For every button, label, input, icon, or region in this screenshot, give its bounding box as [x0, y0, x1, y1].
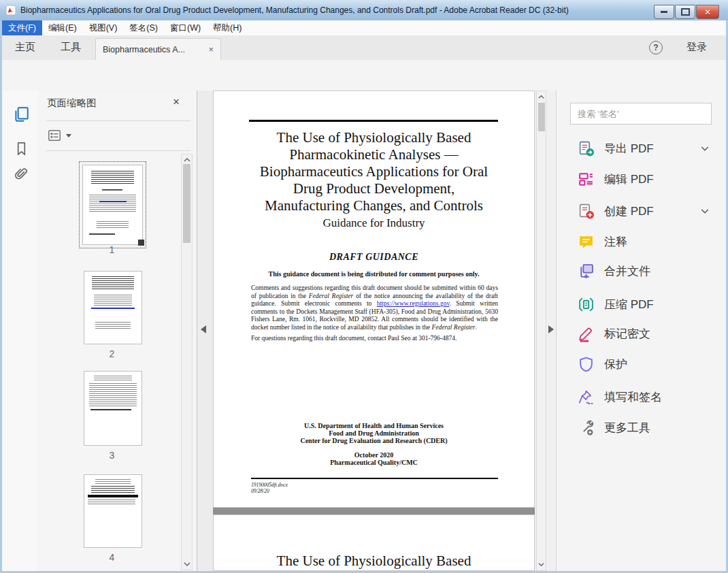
thumbnails-panel: 页面缩略图 × 1 2 — [38, 91, 197, 571]
tool-export-pdf[interactable]: 导出 PDF — [570, 137, 716, 159]
thumbnail-page-1[interactable] — [82, 165, 143, 245]
menu-view[interactable]: 视图(V) — [83, 20, 124, 35]
tool-fill-sign[interactable]: 填写和签名 — [570, 386, 716, 408]
document-view: The Use of Physiologically Based Pharmac… — [197, 91, 536, 571]
thumb-text-lines — [92, 276, 134, 290]
document-tab-label: Biopharmaceutics A... — [103, 45, 204, 54]
attachments-tab[interactable] — [11, 164, 31, 184]
divider — [46, 120, 191, 121]
comments-paragraph: Comments and suggestions regarding this … — [251, 284, 498, 332]
tab-close-icon[interactable]: × — [208, 44, 214, 54]
create-pdf-icon — [577, 202, 595, 220]
org-line: Food and Drug Administration — [214, 429, 534, 438]
draft-guidance-heading: DRAFT GUIDANCE — [214, 252, 534, 263]
sign-in-button[interactable]: 登录 — [686, 41, 707, 54]
comment-icon — [577, 233, 595, 250]
menu-edit[interactable]: 编辑(E) — [42, 20, 83, 35]
tab-document[interactable]: Biopharmaceutics A... × — [95, 38, 221, 60]
options-list-icon — [47, 128, 62, 143]
pdf-page-2: The Use of Physiologically Based — [213, 514, 535, 571]
chevron-down-icon[interactable] — [699, 206, 710, 216]
compress-pdf-icon — [577, 295, 595, 313]
doc-title-line: Pharmacokinetic Analyses — — [214, 146, 534, 163]
acrobat-reader-window: Biopharmaceutics Applications for Oral D… — [0, 0, 728, 573]
dropdown-arrow-icon — [66, 134, 71, 137]
thumb-highlight-bar — [88, 495, 138, 497]
thumbnail-page-3[interactable] — [84, 371, 142, 446]
thumb-text-lines — [91, 486, 135, 493]
tool-combine-files[interactable]: 合并文件 — [570, 260, 716, 282]
scrollbar-thumb[interactable] — [538, 103, 545, 131]
doc-title-line: The Use of Physiologically Based — [214, 553, 534, 570]
thumb-text-lines — [89, 383, 137, 408]
minimize-button[interactable] — [654, 5, 674, 19]
divider — [46, 150, 191, 151]
thumb-text-lines — [89, 233, 115, 235]
chevron-down-icon[interactable] — [699, 143, 710, 154]
tools-panel: 导出 PDF 编辑 PDF 创建 PDF 注释 合并 — [556, 91, 726, 571]
title-bar: Biopharmaceutics Applications for Oral D… — [0, 0, 728, 21]
federal-register-italic: Federal Register — [309, 293, 354, 299]
tool-redact[interactable]: 标记密文 — [570, 323, 716, 344]
thumb-text-lines — [95, 479, 131, 485]
footer-date: 09/28/20 — [251, 488, 269, 494]
scroll-up-icon[interactable] — [537, 94, 545, 100]
thumbnail-page-2[interactable] — [84, 271, 142, 344]
redact-marker-icon — [577, 325, 595, 342]
window-frame — [0, 20, 2, 573]
tools-search-input[interactable] — [570, 103, 712, 125]
thumbnail-number: 2 — [79, 348, 145, 359]
tool-more-tools[interactable]: 更多工具 — [570, 416, 716, 438]
thumbnail-options-button[interactable] — [47, 128, 71, 143]
horizontal-rule — [251, 478, 498, 479]
restore-button[interactable] — [675, 5, 695, 19]
scroll-down-icon[interactable] — [183, 561, 191, 568]
distribution-note: This guidance document is being distribu… — [214, 270, 534, 278]
thumb-text-lines — [94, 295, 132, 306]
page-thumbnails-tab[interactable] — [11, 104, 31, 125]
tab-bar: 主页 工具 Biopharmaceutics A... × ? 登录 — [2, 35, 726, 61]
tool-label: 标记密文 — [604, 326, 716, 342]
thumbnail-number: 3 — [79, 450, 145, 461]
panel-close-icon[interactable]: × — [173, 95, 180, 109]
tool-compress-pdf[interactable]: 压缩 PDF — [570, 293, 716, 315]
tool-label: 合并文件 — [604, 263, 716, 279]
scrollbar-thumb[interactable] — [183, 164, 191, 243]
regulations-gov-link[interactable]: https://www.regulations.gov — [377, 300, 450, 307]
tab-home[interactable]: 主页 — [15, 41, 35, 54]
thumb-text-lines — [94, 376, 132, 381]
scroll-up-icon[interactable] — [183, 157, 191, 163]
thumbnail-page-4[interactable] — [84, 474, 142, 548]
tool-comment[interactable]: 注释 — [570, 231, 716, 252]
menu-window[interactable]: 窗口(W) — [164, 20, 207, 35]
menu-help[interactable]: 帮助(H) — [207, 20, 248, 35]
tab-tools[interactable]: 工具 — [61, 41, 81, 54]
expand-right-panel-arrow[interactable] — [548, 325, 554, 333]
bookmarks-tab[interactable] — [11, 138, 31, 159]
menu-file[interactable]: 文件(F) — [2, 20, 42, 35]
thumb-text-lines — [102, 189, 122, 191]
close-button[interactable]: ✕ — [696, 5, 719, 19]
scroll-down-icon[interactable] — [537, 561, 545, 568]
thumb-text-lines — [90, 409, 131, 410]
tool-protect[interactable]: 保护 — [570, 353, 716, 375]
bookmark-icon — [14, 141, 29, 157]
collapse-left-panel-arrow[interactable] — [201, 325, 206, 333]
menu-sign[interactable]: 签名(S) — [123, 20, 164, 35]
window-title: Biopharmaceutics Applications for Oral D… — [20, 0, 569, 20]
office-line: Pharmaceutical Quality/CMC — [214, 459, 534, 467]
thumbnails-scrollbar[interactable] — [181, 154, 193, 570]
doc-subtitle: Guidance for Industry — [214, 216, 534, 230]
document-scrollbar[interactable] — [536, 91, 546, 571]
right-panel-gutter — [546, 91, 556, 571]
tool-create-pdf[interactable]: 创建 PDF — [570, 200, 716, 222]
export-pdf-icon — [577, 140, 595, 157]
pdf-page-1: The Use of Physiologically Based Pharmac… — [213, 91, 535, 508]
tool-label: 注释 — [604, 234, 716, 250]
tool-edit-pdf[interactable]: 编辑 PDF — [570, 168, 716, 190]
tool-label: 创建 PDF — [604, 203, 699, 219]
comments-text: . — [476, 324, 477, 331]
thumb-text-lines — [97, 221, 129, 229]
help-button[interactable]: ? — [649, 41, 663, 54]
date-line: October 2020 — [214, 451, 534, 459]
